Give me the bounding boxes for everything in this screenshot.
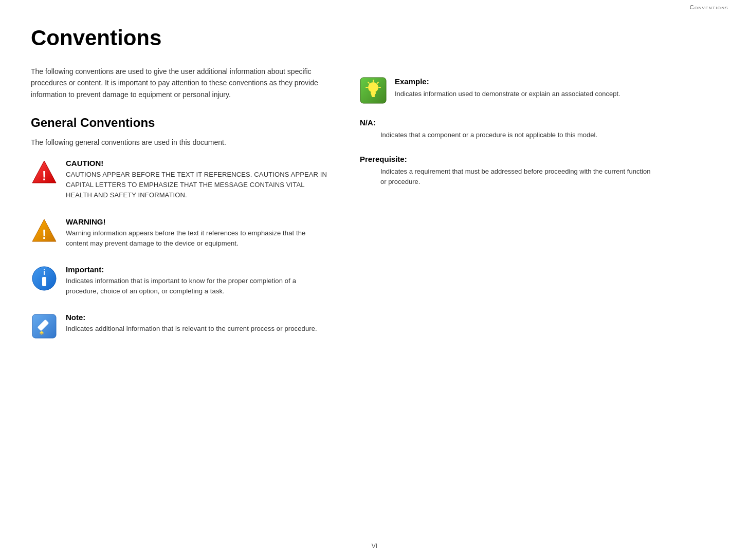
prerequisite-item: Prerequisite: Indicates a requirement th… [360,155,658,187]
svg-rect-16 [372,96,375,97]
general-conventions-title: General Conventions [31,116,329,130]
example-desc: Indicates information used to demonstrat… [395,89,658,99]
caution-icon: ! [31,159,58,185]
header-label: Conventions [690,4,728,10]
important-desc: Indicates information that is important … [66,276,329,296]
svg-line-18 [377,82,378,83]
caution-item: ! CAUTION! CAUTIONS APPEAR BEFORE THE TE… [31,159,329,200]
svg-rect-15 [371,94,375,96]
page-header: Conventions [0,0,749,10]
footer-text: VI [372,543,377,550]
na-label: N/A: [360,118,658,127]
important-label: Important: [66,265,329,274]
prerequisite-label: Prerequisite: [360,155,658,163]
example-text: Example: Indicates information used to d… [395,77,658,99]
example-item: Example: Indicates information used to d… [360,77,658,104]
na-item: N/A: Indicates that a component or a pro… [360,118,658,140]
important-text: Important: Indicates information that is… [66,265,329,296]
note-text: Note: Indicates additional information t… [66,313,329,334]
svg-line-20 [368,82,369,83]
page-title: Conventions [31,26,329,50]
caution-desc: CAUTIONS APPEAR BEFORE THE TEXT IT REFER… [66,170,329,200]
svg-text:!: ! [42,168,47,183]
example-label: Example: [395,77,658,86]
left-column: Conventions The following conventions ar… [31,26,329,356]
general-intro: The following general conventions are us… [31,138,329,146]
svg-rect-14 [371,92,376,94]
warning-label: WARNING! [66,217,329,226]
caution-label: CAUTION! [66,159,329,167]
warning-desc: Warning information appears before the t… [66,228,329,249]
important-item: i Important: Indicates information that … [31,265,329,296]
warning-item: ! WARNING! Warning information appears b… [31,217,329,249]
svg-text:!: ! [42,227,47,242]
right-column: Example: Indicates information used to d… [360,26,658,356]
note-icon [31,313,58,340]
page-footer: VI [372,543,377,550]
na-desc: Indicates that a component or a procedur… [360,130,658,140]
intro-text: The following conventions are used to gi… [31,66,329,100]
prerequisite-desc: Indicates a requirement that must be add… [360,166,658,187]
warning-icon: ! [31,217,58,244]
note-desc: Indicates additional information that is… [66,324,329,334]
warning-text: WARNING! Warning information appears bef… [66,217,329,249]
important-icon: i [31,265,58,292]
example-icon [360,77,387,104]
note-item: Note: Indicates additional information t… [31,313,329,340]
svg-rect-6 [42,277,46,286]
caution-text: CAUTION! CAUTIONS APPEAR BEFORE THE TEXT… [66,159,329,200]
svg-point-13 [368,82,378,92]
note-label: Note: [66,313,329,322]
svg-text:i: i [43,268,45,276]
